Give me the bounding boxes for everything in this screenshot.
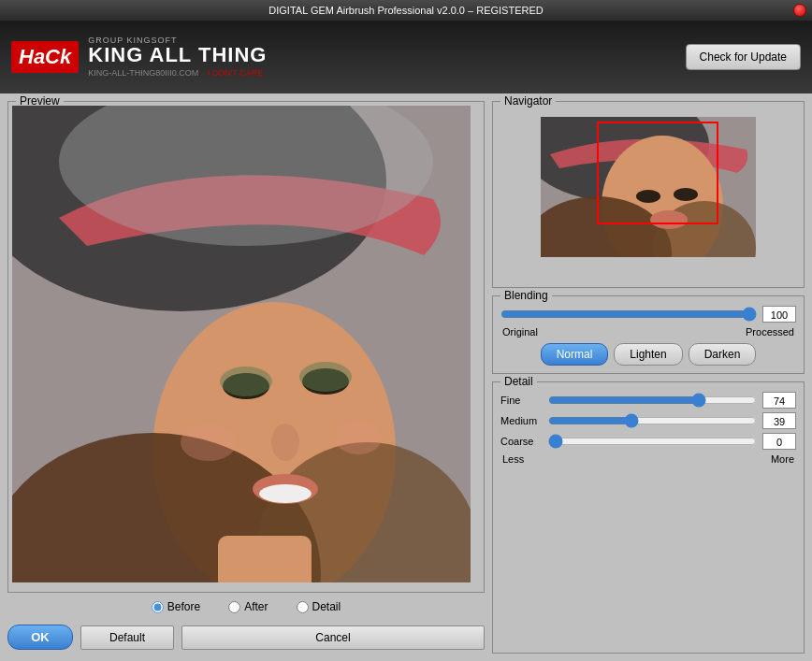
coarse-slider[interactable] bbox=[548, 434, 757, 449]
radio-detail-label: Detail bbox=[312, 600, 341, 613]
logo-area: HaCk GROUP KINGSOFT KING ALL THING KING-… bbox=[11, 36, 267, 79]
logo-text-area: GROUP KINGSOFT KING ALL THING KING-ALL-T… bbox=[88, 36, 267, 79]
less-label: Less bbox=[502, 453, 524, 465]
radio-before-label: Before bbox=[167, 600, 200, 613]
preview-image bbox=[12, 106, 471, 582]
coarse-value: 0 bbox=[762, 433, 796, 450]
fine-value: 74 bbox=[762, 392, 796, 409]
right-panel: Navigator Blending bbox=[492, 101, 805, 654]
svg-point-15 bbox=[335, 421, 382, 454]
blending-end-labels: Original Processed bbox=[500, 326, 796, 338]
darken-mode-button[interactable]: Darken bbox=[689, 343, 757, 366]
action-buttons: OK Default Cancel bbox=[7, 621, 485, 654]
medium-slider-row: Medium 39 bbox=[500, 412, 796, 429]
svg-point-11 bbox=[271, 424, 299, 461]
preview-group: Preview bbox=[7, 101, 485, 593]
navigator-label: Navigator bbox=[500, 94, 556, 108]
navigator-thumbnail bbox=[541, 117, 756, 257]
coarse-slider-row: Coarse 0 bbox=[500, 433, 796, 450]
svg-point-13 bbox=[259, 484, 312, 503]
processed-label: Processed bbox=[746, 326, 794, 338]
main-content: Preview bbox=[0, 93, 812, 661]
default-button[interactable]: Default bbox=[80, 625, 174, 650]
bottom-controls: Before After Detail bbox=[7, 593, 485, 621]
fine-slider-row: Fine 74 bbox=[500, 392, 796, 409]
medium-value: 39 bbox=[762, 412, 796, 429]
radio-before[interactable]: Before bbox=[152, 600, 200, 613]
svg-point-10 bbox=[299, 362, 352, 392]
url-line: KING-ALL-THING80III0.COM I DON'T CARE bbox=[88, 65, 267, 79]
url-text: KING-ALL-THING80III0.COM bbox=[88, 68, 198, 78]
medium-label: Medium bbox=[500, 415, 543, 426]
title-text: DIGITAL GEM Airbrush Professional v2.0.0… bbox=[7, 5, 805, 16]
blending-label: Blending bbox=[500, 289, 552, 302]
left-panel: Preview bbox=[7, 101, 485, 654]
detail-end-labels: Less More bbox=[500, 453, 796, 465]
svg-point-21 bbox=[636, 190, 660, 203]
medium-slider[interactable] bbox=[548, 413, 757, 428]
hack-logo: HaCk bbox=[11, 41, 79, 73]
original-label: Original bbox=[502, 326, 538, 338]
fine-slider[interactable] bbox=[548, 393, 757, 408]
detail-group: Detail Fine 74 Medium 39 Coarse 0 Less M… bbox=[492, 381, 805, 654]
more-label: More bbox=[771, 453, 794, 465]
blending-value: 100 bbox=[762, 306, 796, 323]
title-bar: DIGITAL GEM Airbrush Professional v2.0.0… bbox=[0, 0, 812, 21]
svg-point-9 bbox=[220, 366, 272, 396]
header: HaCk GROUP KINGSOFT KING ALL THING KING-… bbox=[0, 21, 812, 93]
king-text: KING ALL THING bbox=[88, 45, 267, 65]
dont-care-text: I DON'T CARE bbox=[208, 68, 264, 78]
normal-mode-button[interactable]: Normal bbox=[541, 343, 609, 366]
lighten-mode-button[interactable]: Lighten bbox=[614, 343, 682, 366]
radio-detail[interactable]: Detail bbox=[297, 600, 341, 613]
blending-group: Blending 100 Original Processed Normal L… bbox=[492, 295, 805, 374]
check-update-button[interactable]: Check for Update bbox=[686, 44, 801, 70]
blend-mode-buttons: Normal Lighten Darken bbox=[500, 343, 796, 366]
navigator-group: Navigator bbox=[492, 101, 805, 288]
cancel-button[interactable]: Cancel bbox=[181, 625, 485, 650]
svg-point-14 bbox=[181, 424, 237, 461]
radio-after[interactable]: After bbox=[228, 600, 268, 613]
radio-after-label: After bbox=[244, 600, 268, 613]
coarse-label: Coarse bbox=[500, 436, 543, 447]
ok-button[interactable]: OK bbox=[7, 625, 73, 650]
svg-point-22 bbox=[674, 188, 698, 201]
svg-rect-6 bbox=[218, 536, 312, 582]
blending-slider-row: 100 bbox=[500, 306, 796, 323]
svg-point-23 bbox=[650, 210, 688, 229]
detail-label: Detail bbox=[500, 375, 537, 388]
blending-slider[interactable] bbox=[500, 307, 757, 322]
fine-label: Fine bbox=[500, 395, 543, 406]
close-button[interactable] bbox=[793, 4, 806, 17]
